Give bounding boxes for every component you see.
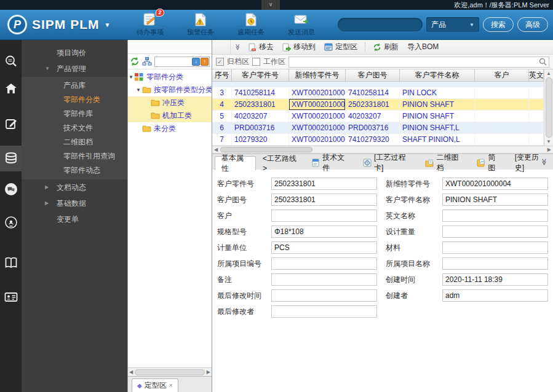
column-header-customer-drawing[interactable]: 客户图号 [346,69,400,81]
list-search-input[interactable] [289,58,539,66]
field-customer-part[interactable] [271,178,377,190]
toolbar-collapse-icon[interactable]: ≫ [234,41,241,54]
tree-node-stamping[interactable]: 冲压类 [128,96,212,109]
tab-process-route[interactable]: <工艺路线> [256,155,305,170]
column-header-seq[interactable]: 序号 [212,69,232,81]
sidebar-item-part-reference-query[interactable]: 零部件引用查询 [22,149,127,163]
overdue-tasks-button[interactable]: 逾期任务 [230,12,272,37]
field-last-modified-time[interactable] [271,289,377,302]
table-row-selected[interactable]: 4 2502331801 XWT000201000... 2502331801 … [212,99,544,111]
search-button[interactable]: 搜索 [483,17,514,32]
tree-horizontal-scrollbar[interactable]: ◀ ▶ [128,367,212,376]
import-bom-button[interactable]: 导入BOM [403,41,443,54]
table-row[interactable]: 2 7410427780 XWT000201000... 7410427780 … [212,82,544,87]
table-row[interactable]: 7 10279320 XWT000201000... 7410279320 SH… [212,134,544,146]
sidebar-item-change-order[interactable]: 变更单 [22,211,127,227]
scroll-left-icon[interactable]: ◀ [129,369,133,375]
sidebar-item-document-activity[interactable]: ▶文档动态 [22,179,127,195]
chat-icon[interactable] [0,176,22,202]
field-remarks[interactable] [271,273,377,286]
column-header-en-name[interactable]: 英文名称 [529,69,544,81]
sidebar-item-base-data[interactable]: ▶基础数据 [22,195,127,211]
sidebar-item-technical-documents[interactable]: 技术文件 [22,121,127,135]
tree-hierarchy-icon[interactable] [142,57,152,66]
global-search-input[interactable] [338,18,423,31]
brand-menu[interactable]: P SIPM PLM ▼ [0,15,123,34]
sidebar-item-part-classification[interactable]: 零部件分类 [22,93,127,107]
field-last-modifier[interactable] [271,305,377,318]
tab-finalized-area[interactable]: ◆ 定型区 × [132,378,178,392]
focused-cell[interactable]: XWT000201000... [289,99,346,110]
archive-area-checkbox[interactable]: ✓ [216,58,224,66]
column-header-customer-part[interactable]: 客户零件号 [232,69,289,81]
search-category-select[interactable]: 产品 ▼ [426,17,479,32]
tree-node-root[interactable]: ▼ 零部件分类 [128,71,212,84]
table-row[interactable]: 6 PRD003716 XWT000201000... PRD003716 PI… [212,122,544,134]
refresh-button[interactable]: 刷新 [368,41,403,54]
tree-filter-input[interactable] [155,58,192,66]
table-row[interactable]: 5 40203207 XWT000201000... 40203207 PINI… [212,111,544,122]
scroll-down-icon[interactable]: ▼ [546,139,551,144]
move-to-button[interactable]: 移动到 [278,41,320,54]
column-header-part-name[interactable]: 客户零件名称 [400,69,475,81]
tree-node-unclassified[interactable]: 未分类 [128,122,212,135]
warning-tasks-button[interactable]: 预警任务 [180,12,221,37]
todo-items-button[interactable]: 2 待办事项 [129,12,171,37]
field-design-weight[interactable] [442,225,548,238]
tab-technical-documents[interactable]: 技术文件 [305,155,356,170]
edit-icon[interactable] [0,111,22,137]
field-project-name[interactable] [442,257,548,270]
column-header-customer[interactable]: 客户 [475,69,529,81]
header-collapse-button[interactable]: ∨ [261,0,280,10]
advanced-search-button[interactable]: 高级 [517,17,548,32]
tab-sketch[interactable]: 简图 [470,155,507,170]
sidebar-item-product-management[interactable]: ▼产品管理 [22,61,127,77]
scrollbar-thumb[interactable] [220,147,312,152]
tree-filter-up-button[interactable]: ↑ [201,58,209,66]
field-spec-model[interactable] [271,225,377,238]
sidebar-item-part-activity[interactable]: 零部件动态 [22,163,127,179]
field-part-name[interactable] [442,194,548,206]
work-area-checkbox[interactable]: ✓ [252,58,260,66]
field-xwt-part[interactable] [442,178,548,190]
tree-refresh-icon[interactable] [130,57,140,66]
tab-basic-properties[interactable]: 基本属性 [215,156,256,170]
table-vertical-scrollbar[interactable]: ▲ ▼ [544,69,553,146]
column-header-xwt-part[interactable]: 新维特零件号 [289,69,346,81]
tab-process-card[interactable]: [工艺过程卡] [356,155,418,170]
close-icon[interactable]: × [169,382,173,389]
field-creator[interactable] [442,289,548,302]
tree-node-machining[interactable]: 机加工类 [128,109,212,122]
contact-card-icon[interactable] [0,284,22,310]
scroll-up-icon[interactable]: ▲ [546,71,551,76]
scroll-right-icon[interactable]: ▶ [207,369,210,375]
tabs-overflow-icon[interactable]: ≫ [541,159,549,166]
broadcast-icon[interactable] [0,210,22,235]
finalized-area-button[interactable]: 定型区 [320,41,362,54]
scrollbar-thumb[interactable] [135,369,205,375]
sidebar-item-project-inquiry[interactable]: 项目询价 [22,45,127,61]
sidebar-item-product-library[interactable]: 产品库 [22,77,127,93]
database-icon[interactable] [0,146,22,171]
remove-button[interactable]: 移去 [244,41,278,54]
table-row[interactable]: 3 7410258114 XWT000201000... 7410258114 … [212,87,544,99]
field-unit[interactable] [271,241,377,254]
field-customer-drawing[interactable] [271,194,377,206]
send-message-button[interactable]: 发送消息 [280,12,322,37]
field-en-name[interactable] [442,210,548,222]
sidebar-item-part-library[interactable]: 零部件库 [22,107,127,121]
scroll-right-icon[interactable]: ▶ [547,147,551,152]
scrollbar-thumb[interactable] [546,77,552,138]
tree-node-by-part-type[interactable]: ▼ 按零部件类型分类 [128,84,212,96]
home-icon[interactable] [0,76,22,101]
scroll-left-icon[interactable]: ◀ [214,147,218,152]
field-material[interactable] [442,241,548,254]
field-customer[interactable] [271,210,377,222]
sidebar-item-2d-drawings[interactable]: 二维图档 [22,135,127,149]
field-project-number[interactable] [271,257,377,270]
sipm-search-icon[interactable] [0,49,22,74]
tree-filter-down-button[interactable]: ↓ [192,58,200,66]
book-icon[interactable] [0,250,22,276]
field-created-time[interactable] [442,273,548,286]
tab-2d-drawings[interactable]: 二维图档 [418,155,470,170]
